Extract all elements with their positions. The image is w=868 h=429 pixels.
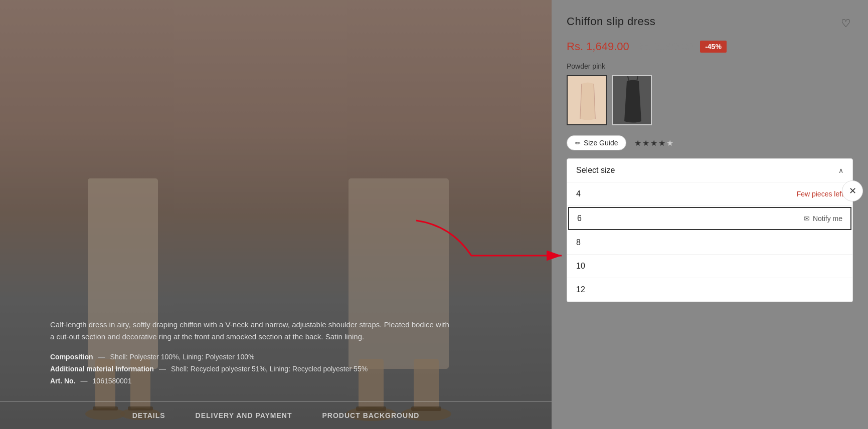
size-list: 4 Few pieces left 6 ✉ Notify me 8 10 1 — [567, 182, 852, 302]
size-dropdown-header[interactable]: Select size ∧ — [567, 159, 852, 182]
description-text: Calf-length dress in airy, softly drapin… — [50, 319, 451, 343]
pencil-icon: ✏ — [575, 139, 581, 147]
size-dropdown: Select size ∧ 4 Few pieces left 6 ✉ Noti… — [567, 158, 853, 302]
star-4-half: ★ — [658, 138, 665, 148]
notify-label-6: Notify me — [813, 214, 842, 223]
notify-icon: ✉ — [804, 214, 810, 223]
composition-label: Composition — [50, 353, 93, 361]
size-value-4: 4 — [576, 189, 581, 198]
star-5: ★ — [666, 138, 673, 148]
star-3: ★ — [650, 138, 657, 148]
color-swatches — [567, 75, 853, 125]
art-no-label: Art. No. — [50, 377, 76, 385]
art-no-row: Art. No. — 1061580001 — [50, 377, 451, 385]
tab-details[interactable]: DETAILS — [132, 411, 165, 419]
art-no-value: 1061580001 — [93, 377, 132, 385]
size-value-8: 8 — [576, 238, 581, 247]
chevron-up-icon: ∧ — [838, 166, 843, 174]
few-pieces-left-4: Few pieces left — [797, 190, 843, 198]
price-row: Rs. 1,649.00 Rs. 2,999.00 -45% — [567, 40, 853, 53]
original-price: Rs. 2,999.00 — [636, 41, 693, 53]
close-button[interactable]: ✕ — [842, 180, 863, 201]
tab-delivery[interactable]: DELIVERY AND PAYMENT — [196, 411, 292, 419]
color-label: Powder pink — [567, 62, 853, 70]
size-item-6[interactable]: 6 ✉ Notify me — [568, 207, 851, 230]
swatch-pink[interactable] — [567, 75, 607, 125]
size-item-4[interactable]: 4 Few pieces left — [567, 182, 852, 206]
wishlist-button[interactable]: ♡ — [839, 15, 853, 32]
bottom-tabs: DETAILS DELIVERY AND PAYMENT PRODUCT BAC… — [0, 401, 552, 429]
size-value-10: 10 — [576, 262, 585, 271]
size-guide-row: ✏ Size Guide ★ ★ ★ ★ ★ — [567, 135, 853, 150]
select-size-label: Select size — [576, 166, 615, 175]
material-label: Additional material Information — [50, 365, 154, 373]
size-guide-label: Size Guide — [584, 139, 618, 147]
size-item-10[interactable]: 10 — [567, 255, 852, 278]
size-guide-button[interactable]: ✏ Size Guide — [567, 135, 626, 150]
material-row: Additional material Information — Shell:… — [50, 365, 451, 373]
star-rating: ★ ★ ★ ★ ★ — [634, 138, 673, 148]
heart-icon: ♡ — [841, 17, 851, 30]
swatch-black[interactable] — [612, 75, 652, 125]
discount-badge: -45% — [700, 41, 727, 53]
product-info-panel: Chiffon slip dress ♡ Rs. 1,649.00 Rs. 2,… — [552, 0, 868, 429]
tab-product-background[interactable]: PRODUCT BACKGROUND — [322, 411, 420, 419]
product-description: Calf-length dress in airy, softly drapin… — [50, 319, 451, 389]
composition-row: Composition — Shell: Polyester 100%, Lin… — [50, 353, 451, 361]
product-header: Chiffon slip dress ♡ — [567, 15, 853, 32]
star-1: ★ — [634, 138, 641, 148]
close-icon: ✕ — [849, 185, 856, 196]
product-title: Chiffon slip dress — [567, 15, 655, 28]
composition-value: Shell: Polyester 100%, Lining: Polyester… — [110, 353, 255, 361]
size-item-12[interactable]: 12 — [567, 278, 852, 302]
star-2: ★ — [642, 138, 649, 148]
size-item-8[interactable]: 8 — [567, 231, 852, 255]
material-value: Shell: Recycled polyester 51%, Lining: R… — [171, 365, 368, 373]
notify-me-6[interactable]: ✉ Notify me — [804, 214, 842, 223]
sale-price: Rs. 1,649.00 — [567, 40, 629, 53]
size-value-6: 6 — [577, 214, 582, 223]
size-value-12: 12 — [576, 285, 585, 294]
